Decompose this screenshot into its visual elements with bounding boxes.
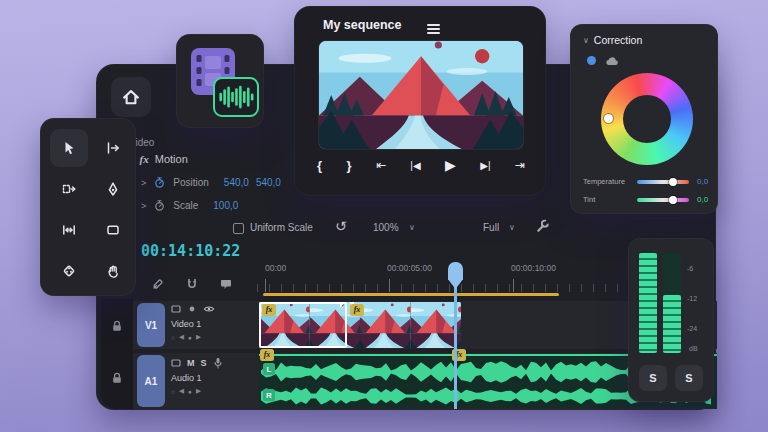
- scale-property-row: > Scale 100,0: [141, 199, 238, 212]
- track-lock-column: [101, 299, 133, 409]
- chevron-down-icon[interactable]: ∨: [409, 223, 415, 232]
- slip-tool-button[interactable]: [50, 211, 88, 249]
- scale-value[interactable]: 100,0: [213, 200, 238, 211]
- ripple-edit-tool-button[interactable]: [50, 170, 88, 208]
- meter-unit-label: dB: [689, 345, 698, 352]
- panel-menu-icon[interactable]: [427, 22, 440, 36]
- razor-icon[interactable]: [151, 277, 165, 291]
- lock-icon[interactable]: [110, 319, 124, 333]
- audio-track-name[interactable]: Audio 1: [171, 373, 202, 383]
- pen-tool-button[interactable]: [94, 170, 132, 208]
- step-forward-button[interactable]: ▶|: [480, 160, 490, 171]
- snap-magnet-icon[interactable]: [185, 277, 199, 291]
- tools-panel: [40, 118, 136, 296]
- lock-icon[interactable]: [110, 371, 124, 385]
- playhead-line[interactable]: [454, 285, 457, 409]
- keyframe-next-icon[interactable]: ▶: [196, 333, 201, 341]
- audio-meters-panel: -6 -12 -24 dB S S: [628, 238, 714, 402]
- video-track-header: Video 1 ○ ◀ ● ▶: [171, 303, 255, 347]
- ruler-label: 00:00: [265, 263, 286, 273]
- go-to-out-button[interactable]: ⇥: [515, 158, 525, 172]
- source-patch-icon[interactable]: [171, 358, 181, 368]
- keyframe-prev-icon[interactable]: ◀: [179, 387, 184, 395]
- position-y-value[interactable]: 540,0: [256, 177, 281, 188]
- fx-badge[interactable]: fx: [260, 349, 274, 361]
- hand-tool-button[interactable]: [94, 252, 132, 290]
- home-button[interactable]: [111, 77, 151, 117]
- temperature-slider[interactable]: [637, 180, 689, 184]
- rectangle-tool-button[interactable]: [94, 211, 132, 249]
- meter-scale-label: -6: [687, 265, 693, 272]
- razor-tool-button[interactable]: [50, 252, 88, 290]
- position-x-value[interactable]: 540,0: [224, 177, 249, 188]
- play-button[interactable]: ▶: [445, 157, 456, 173]
- go-to-in-button[interactable]: ⇤: [376, 158, 386, 172]
- temperature-value[interactable]: 0,0: [697, 177, 708, 186]
- tint-value[interactable]: 0,0: [697, 195, 708, 204]
- uniform-scale-checkbox[interactable]: [233, 223, 244, 234]
- rotate-icon[interactable]: ↺: [335, 218, 347, 234]
- audio-clip-thumbnail-icon[interactable]: [213, 77, 259, 117]
- timecode-display[interactable]: 00:14:10:22: [141, 242, 240, 260]
- program-monitor-frame[interactable]: [319, 41, 523, 149]
- color-wheel-handle[interactable]: [604, 114, 613, 123]
- keyframe-controls: ○ ◀ ● ▶: [171, 387, 201, 395]
- keyframe-circle-icon[interactable]: ○: [171, 388, 175, 395]
- chevron-down-icon[interactable]: ∨: [509, 223, 515, 232]
- meter-scale-label: -24: [687, 325, 697, 332]
- meter-bar-left: [639, 253, 657, 353]
- clip-bin-panel: [176, 34, 264, 128]
- keyframe-add-icon[interactable]: ●: [188, 334, 192, 341]
- meter-track-right: [663, 253, 681, 353]
- chevron-down-icon[interactable]: ∨: [583, 36, 589, 45]
- ruler-label: 00:00:10:00: [511, 263, 556, 273]
- color-dot-icon[interactable]: [587, 56, 596, 65]
- track-select-tool-button[interactable]: [94, 129, 132, 167]
- mark-in-button[interactable]: {: [317, 158, 322, 173]
- sync-lock-icon[interactable]: [187, 304, 197, 314]
- source-patch-icon[interactable]: [171, 304, 181, 314]
- mute-button[interactable]: M: [187, 358, 195, 368]
- zoom-level-value[interactable]: 100%: [373, 222, 399, 233]
- solo-left-button[interactable]: S: [639, 365, 667, 391]
- cloud-icon[interactable]: [605, 55, 619, 66]
- motion-effect-row[interactable]: ∨ fx Motion: [127, 153, 188, 165]
- mic-icon[interactable]: [213, 357, 223, 369]
- step-back-button[interactable]: |◀: [410, 160, 420, 171]
- fx-icon: fx: [140, 153, 149, 165]
- solo-button[interactable]: S: [201, 358, 207, 368]
- playback-resolution-value[interactable]: Full: [483, 222, 499, 233]
- meter-bar-right: [663, 295, 681, 353]
- slip-tool-icon: [61, 222, 77, 238]
- keyframe-circle-icon[interactable]: ○: [171, 334, 175, 341]
- hand-tool-icon: [105, 263, 121, 279]
- tint-slider[interactable]: [637, 198, 689, 202]
- fx-badge[interactable]: fx: [262, 304, 276, 316]
- marker-icon[interactable]: [219, 277, 233, 291]
- keyframe-next-icon[interactable]: ▶: [196, 387, 201, 395]
- video-track-name[interactable]: Video 1: [171, 319, 201, 329]
- fx-badge[interactable]: fx: [350, 304, 364, 316]
- motion-effect-label: Motion: [155, 153, 188, 165]
- solo-right-button[interactable]: S: [675, 365, 703, 391]
- razor-tool-icon: [61, 263, 77, 279]
- eye-icon[interactable]: [203, 304, 215, 314]
- selection-tool-button[interactable]: [50, 129, 88, 167]
- temperature-knob[interactable]: [669, 178, 677, 186]
- keyframe-prev-icon[interactable]: ◀: [179, 333, 184, 341]
- keyframe-add-icon[interactable]: ●: [188, 388, 192, 395]
- work-area-bar[interactable]: [263, 293, 559, 296]
- stopwatch-icon[interactable]: [153, 176, 166, 189]
- video-track-target[interactable]: V1: [137, 303, 165, 347]
- audio-track-target[interactable]: A1: [137, 355, 165, 407]
- stopwatch-icon[interactable]: [153, 199, 166, 212]
- mark-out-button[interactable]: }: [346, 158, 351, 173]
- tint-knob[interactable]: [669, 196, 677, 204]
- transition-handle-icon[interactable]: [340, 302, 345, 308]
- video-editor-app: Video ∨ fx Motion > Position 540,0 540,0…: [0, 0, 768, 432]
- chevron-right-icon[interactable]: >: [141, 178, 146, 188]
- wrench-icon[interactable]: [535, 218, 550, 233]
- scale-label: Scale: [173, 200, 198, 211]
- keyframe-controls: ○ ◀ ● ▶: [171, 333, 201, 341]
- chevron-right-icon[interactable]: >: [141, 201, 146, 211]
